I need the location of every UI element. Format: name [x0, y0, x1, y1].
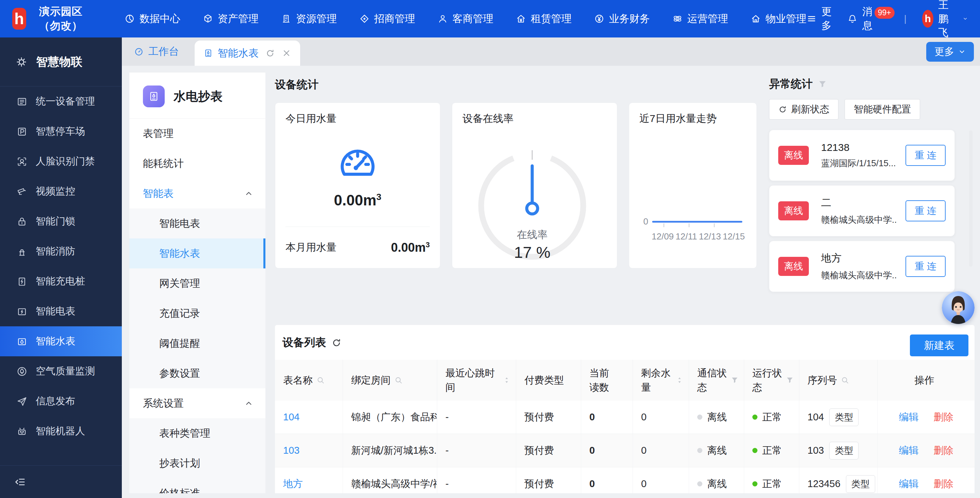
sidebar-item[interactable]: 智慧停车场	[0, 117, 122, 147]
sidebar-item[interactable]: 智能机器人	[0, 416, 122, 446]
column-tool-icon[interactable]	[840, 376, 850, 385]
park-name: 演示园区（勿改）	[39, 5, 95, 33]
edit-link[interactable]: 编辑	[899, 410, 919, 424]
anomaly-scrollbar[interactable]	[969, 131, 972, 267]
edit-link[interactable]: 编辑	[899, 444, 919, 458]
type-tag[interactable]: 类型	[846, 475, 875, 493]
sidebar-item[interactable]: 智能电表	[0, 296, 122, 326]
delete-link[interactable]: 删除	[934, 477, 953, 491]
top-nav-item[interactable]: 资源管理	[281, 12, 337, 26]
messages-button[interactable]: 消息 99+	[847, 5, 897, 33]
submenu-item[interactable]: 表种类管理	[129, 418, 266, 448]
submenu-item[interactable]: 参数设置	[129, 358, 266, 388]
app-logo[interactable]: h	[12, 8, 26, 30]
column-tool-icon[interactable]	[730, 376, 739, 385]
collapse-sidebar-icon[interactable]	[14, 476, 27, 488]
sidebar-item-icon	[16, 186, 27, 197]
hardware-config-button[interactable]: 智能硬件配置	[845, 99, 920, 120]
top-nav-item[interactable]: 租赁管理	[516, 12, 572, 26]
submenu-item[interactable]: 智能水表	[129, 238, 266, 268]
submenu-item[interactable]: 抄表计划	[129, 448, 266, 478]
delete-link[interactable]: 删除	[934, 444, 953, 458]
reconnect-button[interactable]: 重 连	[905, 145, 946, 166]
gauge-icon	[339, 144, 377, 182]
submenu-item[interactable]: 能耗统计	[129, 148, 266, 179]
submenu-list: 表管理 能耗统计 智能表	[129, 118, 266, 493]
more-menu[interactable]: 更多	[807, 5, 832, 33]
submenu-item-label: 充值记录	[159, 306, 200, 321]
sidebar-item-icon	[16, 426, 27, 437]
more-label: 更多	[821, 5, 832, 33]
top-nav-item-icon	[124, 14, 135, 24]
submenu-item[interactable]: 充值记录	[129, 298, 266, 328]
top-nav-item-label: 资源管理	[296, 12, 337, 26]
submenu-item[interactable]: 价格标准	[129, 478, 266, 493]
submenu-item[interactable]: 阈值提醒	[129, 328, 266, 358]
reconnect-button[interactable]: 重 连	[905, 256, 946, 277]
offline-dot	[697, 415, 702, 420]
sidebar-item[interactable]: 信息发布	[0, 386, 122, 416]
column-tool-icon[interactable]	[316, 376, 325, 385]
tab-smart-water-meter[interactable]: 智能水表	[195, 40, 300, 66]
tabbar-more-button[interactable]: 更多	[926, 42, 974, 62]
user-menu[interactable]: h 王鹏飞	[922, 0, 968, 40]
remaining-cell: 0	[633, 467, 689, 493]
type-tag[interactable]: 类型	[829, 409, 859, 426]
top-nav-item[interactable]: 业务财务	[594, 12, 650, 26]
column-tool-icon[interactable]	[502, 376, 511, 385]
submenu-item-label: 抄表计划	[159, 456, 200, 471]
sidebar-item[interactable]: 视频监控	[0, 176, 122, 206]
new-meter-button[interactable]: 新建表	[910, 335, 969, 356]
column-tool-icon[interactable]	[675, 376, 684, 385]
top-nav-item[interactable]: 数据中心	[124, 12, 180, 26]
assistant-avatar[interactable]	[942, 291, 975, 324]
sidebar-item[interactable]: 智能门锁	[0, 206, 122, 236]
submenu-item[interactable]: 表管理	[129, 118, 266, 148]
sidebar-item[interactable]: 智能水表	[0, 326, 122, 356]
submenu-item[interactable]: 智能电表	[129, 209, 266, 238]
submenu-item[interactable]: 网关管理	[129, 268, 266, 298]
submenu-item[interactable]: 系统设置	[129, 388, 266, 418]
sidebar-item[interactable]: 智能消防	[0, 236, 122, 267]
sidebar-item[interactable]: 智能充电桩	[0, 267, 122, 296]
column-label: 运行状态	[752, 366, 782, 394]
tab-refresh-icon[interactable]	[266, 48, 275, 58]
today-usage-card: 今日用水量 0.00m3 本月用水量 0.00m3	[275, 102, 440, 268]
filter-funnel-icon[interactable]	[817, 79, 827, 89]
delete-link[interactable]: 删除	[934, 410, 953, 424]
room-cell: 新河城/新河城1栋3...	[343, 434, 437, 467]
top-nav-item[interactable]: 物业管理	[751, 12, 807, 26]
meter-name-link[interactable]: 地方	[283, 477, 303, 491]
normal-dot	[752, 481, 757, 487]
submenu-item[interactable]: 智能表	[129, 179, 266, 209]
reading-cell: 0	[581, 467, 633, 493]
column-header: 通信状态	[689, 360, 744, 401]
row-actions: 编辑 删除	[878, 467, 975, 493]
main-area: 工作台 智能水表 更多	[122, 37, 980, 498]
top-nav-item[interactable]: 客商管理	[438, 12, 493, 26]
submenu-title: 水电抄表	[173, 88, 223, 105]
meter-name-link[interactable]: 104	[283, 412, 299, 423]
svg-text:在线率: 在线率	[517, 229, 547, 240]
edit-link[interactable]: 编辑	[899, 477, 919, 491]
top-nav-item-label: 资产管理	[218, 12, 259, 26]
top-nav-item[interactable]: 招商管理	[360, 12, 415, 26]
module-submenu: 水电抄表 表管理 能耗统计	[129, 73, 266, 493]
column-tool-icon[interactable]	[785, 376, 794, 385]
sidebar-item[interactable]: 统一设备管理	[0, 86, 122, 117]
pay-type-cell: 预付费	[516, 401, 581, 434]
refresh-status-button[interactable]: 刷新状态	[769, 99, 838, 120]
column-tool-icon[interactable]	[394, 376, 403, 385]
refresh-list-icon[interactable]	[331, 338, 342, 348]
top-nav-item[interactable]: 运营管理	[672, 12, 728, 26]
tab-close-icon[interactable]	[282, 48, 291, 58]
top-nav-item-icon	[203, 14, 213, 24]
sidebar-item[interactable]: 人脸识别门禁	[0, 147, 122, 176]
reconnect-button[interactable]: 重 连	[905, 200, 946, 222]
tab-workbench[interactable]: 工作台	[122, 37, 191, 66]
sidebar-item[interactable]: 空气质量监测	[0, 356, 122, 386]
type-tag[interactable]: 类型	[829, 442, 859, 460]
meter-name-link[interactable]: 103	[283, 445, 299, 456]
top-nav-item[interactable]: 资产管理	[203, 12, 259, 26]
serial-cell: 103类型	[799, 434, 878, 467]
